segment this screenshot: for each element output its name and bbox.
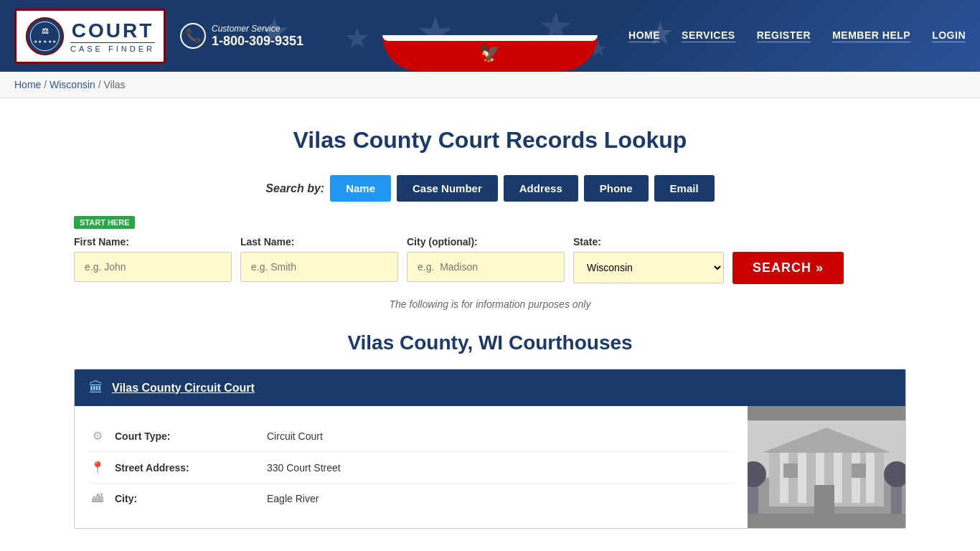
header-eagle-accent: 🦅 ★ ★ ★ ★ ★ ★ (382, 35, 598, 72)
logo-seal-icon: ⚖ ★ ★ ★ ★ ★ (25, 17, 65, 56)
cs-phone: 1-800-309-9351 (212, 34, 303, 49)
customer-service-info: 📞 Customer Service 1-800-309-9351 (180, 23, 303, 49)
courthouse-body: ⚙ Court Type: Circuit Court 📍 Street Add… (75, 406, 905, 528)
breadcrumb-sep2: / (98, 79, 104, 90)
star-decoration: ★ ★ ★ ★ ★ ★ (445, 71, 534, 72)
breadcrumb-county: Vilas (104, 79, 126, 90)
breadcrumb: Home / Wisconsin / Vilas (14, 79, 126, 90)
courthouse-name-link[interactable]: Vilas County Circuit Court (112, 382, 255, 395)
breadcrumb-state[interactable]: Wisconsin (50, 79, 95, 90)
search-form: First Name: Last Name: City (optional): … (74, 236, 906, 284)
courthouse-details: ⚙ Court Type: Circuit Court 📍 Street Add… (75, 406, 748, 528)
state-select[interactable]: Wisconsin (573, 252, 724, 283)
svg-rect-15 (783, 463, 798, 478)
court-type-label: Court Type: (115, 430, 258, 442)
svg-rect-8 (798, 453, 806, 503)
tab-address[interactable]: Address (504, 175, 578, 202)
courthouse-building-image (748, 420, 905, 514)
tab-phone[interactable]: Phone (584, 175, 649, 202)
courthouse-card: 🏛 Vilas County Circuit Court ⚙ Court Typ… (74, 369, 906, 529)
last-name-group: Last Name: (240, 236, 398, 282)
street-address-value: 330 Court Street (267, 462, 341, 474)
courthouse-icon: 🏛 (89, 380, 103, 396)
search-button[interactable]: SEARCH » (732, 252, 844, 284)
state-label: State: (573, 236, 724, 248)
svg-text:★ ★ ★ ★ ★: ★ ★ ★ ★ ★ (34, 39, 56, 43)
main-content: Vilas County Court Records Lookup Search… (60, 98, 920, 551)
first-name-input[interactable] (74, 252, 232, 282)
courthouse-header: 🏛 Vilas County Circuit Court (75, 369, 905, 406)
detail-row-address: 📍 Street Address: 330 Court Street (89, 452, 733, 484)
nav-member-help[interactable]: MEMBER HELP (832, 29, 910, 42)
page-title: Vilas County Court Records Lookup (74, 127, 906, 154)
search-by-label: Search by: (265, 182, 324, 195)
first-name-label: First Name: (74, 236, 232, 248)
logo-court-text: COURT (72, 19, 154, 42)
svg-rect-10 (834, 453, 842, 503)
search-tabs-row: Search by: Name Case Number Address Phon… (74, 175, 906, 202)
start-here-badge: START HERE (74, 216, 135, 229)
tab-name[interactable]: Name (330, 175, 391, 202)
eagle-icon: 🦅 (479, 43, 501, 63)
tab-email[interactable]: Email (654, 175, 715, 202)
svg-rect-14 (814, 485, 834, 514)
breadcrumb-sep1: / (44, 79, 50, 90)
search-form-container: START HERE First Name: Last Name: City (… (74, 216, 906, 284)
nav-services[interactable]: SERVICES (682, 29, 735, 42)
svg-rect-12 (866, 453, 875, 503)
main-nav: HOME SERVICES REGISTER MEMBER HELP LOGIN (628, 29, 966, 42)
detail-row-type: ⚙ Court Type: Circuit Court (89, 420, 733, 452)
last-name-label: Last Name: (240, 236, 398, 248)
city-group: City (optional): (407, 236, 565, 282)
city-icon: 🏙 (89, 492, 106, 505)
street-address-label: Street Address: (115, 462, 258, 474)
courthouses-title: Vilas County, WI Courthouses (74, 331, 906, 354)
info-text: The following is for information purpose… (74, 298, 906, 310)
city-label-detail: City: (115, 493, 258, 504)
nav-register[interactable]: REGISTER (757, 29, 811, 42)
site-header: ★ ★ ★ ★ ★ ★ ★ ⚖ ★ ★ ★ ★ ★ COURT CASE FIN… (0, 0, 980, 72)
svg-point-0 (27, 17, 63, 54)
state-group: State: Wisconsin (573, 236, 724, 283)
city-input[interactable] (407, 252, 565, 282)
breadcrumb-home[interactable]: Home (14, 79, 41, 90)
city-label: City (optional): (407, 236, 565, 248)
logo-case-finder-text: CASE FINDER (70, 42, 155, 53)
detail-row-city: 🏙 City: Eagle River (89, 484, 733, 514)
breadcrumb-bar: Home / Wisconsin / Vilas (0, 72, 980, 98)
court-type-value: Circuit Court (267, 430, 323, 442)
first-name-group: First Name: (74, 236, 232, 282)
svg-text:⚖: ⚖ (42, 26, 49, 34)
courthouse-image (748, 406, 905, 528)
city-value: Eagle River (267, 493, 319, 504)
cs-label: Customer Service (212, 24, 303, 34)
court-type-icon: ⚙ (89, 429, 106, 443)
phone-icon: 📞 (180, 23, 206, 49)
tab-case-number[interactable]: Case Number (397, 175, 498, 202)
address-icon: 📍 (89, 461, 106, 474)
nav-home[interactable]: HOME (628, 29, 660, 42)
nav-login[interactable]: LOGIN (932, 29, 966, 42)
last-name-input[interactable] (240, 252, 398, 282)
svg-rect-16 (852, 463, 866, 478)
site-logo[interactable]: ⚖ ★ ★ ★ ★ ★ COURT CASE FINDER (14, 9, 166, 64)
